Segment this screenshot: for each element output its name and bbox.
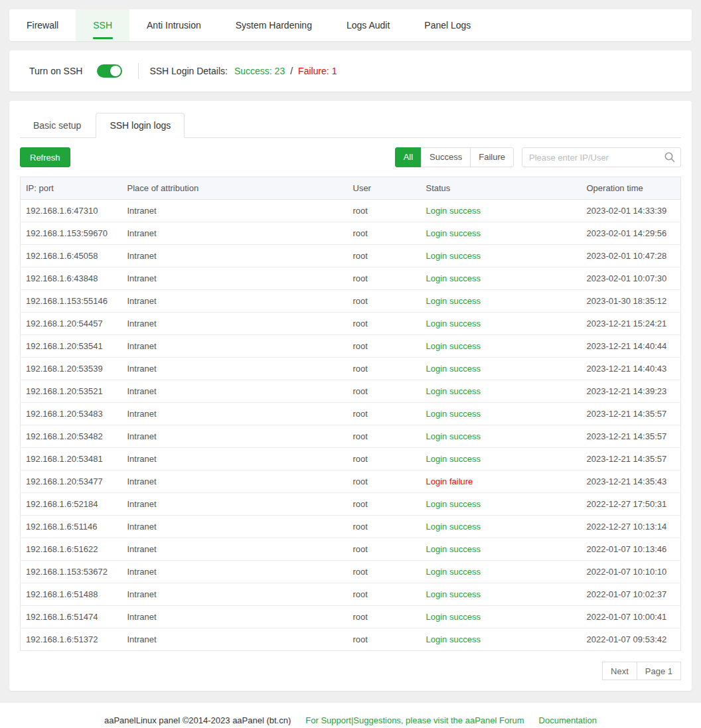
cell-time: 2022-01-07 09:53:42 (582, 628, 681, 651)
cell-user: root (348, 448, 421, 471)
cell-place: Intranet (122, 290, 348, 313)
tab-ssh-login-logs[interactable]: SSH login logs (96, 113, 185, 138)
tab-firewall[interactable]: Firewall (9, 9, 76, 41)
cell-status: Login success (421, 313, 582, 335)
search-input[interactable] (522, 147, 681, 167)
cell-ip: 192.168.1.6:51488 (21, 583, 122, 606)
cell-place: Intranet (122, 471, 348, 493)
cell-ip: 192.168.1.6:51622 (21, 538, 122, 561)
ssh-login-log-table: IP: port Place of attribution User Statu… (20, 177, 681, 651)
cell-user: root (348, 516, 421, 538)
table-row: 192.168.1.6:45058IntranetrootLogin succe… (21, 245, 681, 267)
cell-status: Login success (421, 425, 582, 448)
filter-all-button[interactable]: All (395, 147, 422, 167)
cell-time: 2023-01-30 18:35:12 (582, 290, 681, 313)
cell-status: Login success (421, 403, 582, 425)
cell-time: 2023-12-21 14:35:43 (582, 471, 681, 493)
table-row: 192.168.1.20:53477IntranetrootLogin fail… (21, 471, 681, 493)
cell-status: Login success (421, 538, 582, 561)
table-row: 192.168.1.6:51372IntranetrootLogin succe… (21, 628, 681, 651)
tab-ssh[interactable]: SSH (76, 9, 129, 41)
col-place: Place of attribution (122, 177, 348, 200)
table-row: 192.168.1.6:51622IntranetrootLogin succe… (21, 538, 681, 561)
cell-ip: 192.168.1.20:53539 (21, 358, 122, 380)
cell-user: root (348, 200, 421, 222)
table-row: 192.168.1.6:43848IntranetrootLogin succe… (21, 267, 681, 290)
cell-time: 2022-01-07 10:02:37 (582, 583, 681, 606)
cell-ip: 192.168.1.20:53477 (21, 471, 122, 493)
table-body: 192.168.1.6:47310IntranetrootLogin succe… (21, 200, 681, 651)
cell-status: Login success (421, 628, 582, 651)
tab-panel-logs[interactable]: Panel Logs (407, 9, 488, 41)
cell-time: 2023-02-01 10:47:28 (582, 245, 681, 267)
filter-success-button[interactable]: Success (421, 147, 471, 167)
cell-user: root (348, 583, 421, 606)
ssh-toggle[interactable] (97, 64, 122, 78)
cell-status: Login success (421, 606, 582, 628)
cell-user: root (348, 222, 421, 245)
filter-failure-button[interactable]: Failure (470, 147, 514, 167)
cell-status: Login success (421, 561, 582, 583)
cell-ip: 192.168.1.6:51372 (21, 628, 122, 651)
toolbar: Refresh All Success Failure (20, 147, 681, 167)
toolbar-right: All Success Failure (395, 147, 681, 167)
table-row: 192.168.1.6:51488IntranetrootLogin succe… (21, 583, 681, 606)
table-row: 192.168.1.6:52184IntranetrootLogin succe… (21, 493, 681, 516)
cell-status: Login success (421, 245, 582, 267)
table-row: 192.168.1.153:53672IntranetrootLogin suc… (21, 561, 681, 583)
cell-status: Login success (421, 516, 582, 538)
refresh-button[interactable]: Refresh (20, 147, 70, 167)
cell-time: 2023-12-21 14:40:43 (582, 358, 681, 380)
documentation-link[interactable]: Documentation (539, 715, 597, 725)
cell-status: Login success (421, 222, 582, 245)
tab-label: Anti Intrusion (147, 20, 201, 31)
tab-anti-intrusion[interactable]: Anti Intrusion (129, 9, 218, 41)
login-details-label: SSH Login Details: (149, 66, 228, 76)
cell-user: root (348, 335, 421, 358)
tab-basic-setup[interactable]: Basic setup (20, 113, 94, 137)
divider (138, 63, 139, 79)
tab-logs-audit[interactable]: Logs Audit (329, 9, 407, 41)
cell-status: Login success (421, 335, 582, 358)
support-forum-link[interactable]: For Support|Suggestions, please visit th… (305, 715, 524, 725)
content-area: Firewall SSH Anti Intrusion System Harde… (0, 0, 701, 703)
table-row: 192.168.1.20:53483IntranetrootLogin succ… (21, 403, 681, 425)
cell-ip: 192.168.1.153:59670 (21, 222, 122, 245)
cell-user: root (348, 606, 421, 628)
cell-time: 2022-12-27 10:13:14 (582, 516, 681, 538)
cell-ip: 192.168.1.20:53541 (21, 335, 122, 358)
cell-status: Login success (421, 267, 582, 290)
tab-label: SSH (93, 20, 112, 31)
cell-ip: 192.168.1.153:53672 (21, 561, 122, 583)
cell-place: Intranet (122, 313, 348, 335)
cell-time: 2023-02-01 10:07:30 (582, 267, 681, 290)
cell-time: 2022-01-07 10:13:46 (582, 538, 681, 561)
cell-user: root (348, 380, 421, 403)
inner-tab-bar: Basic setup SSH login logs (20, 111, 681, 138)
cell-status: Login success (421, 583, 582, 606)
current-page-button[interactable]: Page 1 (637, 662, 681, 680)
ssh-status-panel: Turn on SSH SSH Login Details: Success: … (9, 50, 692, 92)
search-icon[interactable] (664, 151, 676, 163)
cell-ip: 192.168.1.6:47310 (21, 200, 122, 222)
cell-time: 2022-01-07 10:00:41 (582, 606, 681, 628)
cell-place: Intranet (122, 222, 348, 245)
tab-system-hardening[interactable]: System Hardening (218, 9, 329, 41)
footer: aaPanelLinux panel ©2014-2023 aaPanel (b… (0, 703, 701, 728)
col-status: Status (421, 177, 582, 200)
cell-time: 2023-12-21 14:39:23 (582, 380, 681, 403)
table-row: 192.168.1.20:53539IntranetrootLogin succ… (21, 358, 681, 380)
cell-place: Intranet (122, 245, 348, 267)
cell-user: root (348, 313, 421, 335)
col-ip-port: IP: port (21, 177, 122, 200)
next-page-button[interactable]: Next (602, 662, 637, 680)
cell-status: Login success (421, 358, 582, 380)
cell-ip: 192.168.1.6:52184 (21, 493, 122, 516)
cell-ip: 192.168.1.153:55146 (21, 290, 122, 313)
cell-place: Intranet (122, 380, 348, 403)
cell-ip: 192.168.1.20:53482 (21, 425, 122, 448)
table-row: 192.168.1.20:54457IntranetrootLogin succ… (21, 313, 681, 335)
failure-count: Failure: 1 (298, 66, 337, 76)
turn-on-ssh-label: Turn on SSH (29, 66, 82, 76)
table-row: 192.168.1.20:53481IntranetrootLogin succ… (21, 448, 681, 471)
